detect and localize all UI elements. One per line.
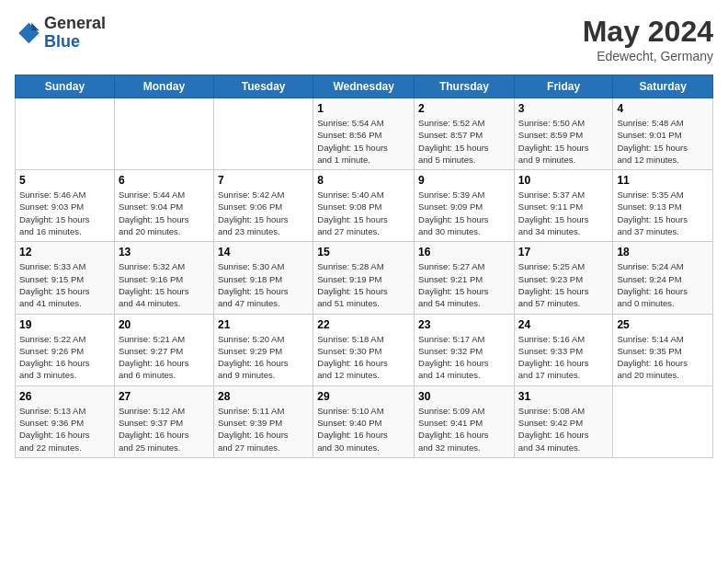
day-number: 13 [119, 246, 210, 259]
calendar-cell: 25Sunrise: 5:14 AM Sunset: 9:35 PM Dayli… [613, 314, 713, 385]
day-number: 7 [218, 174, 309, 187]
day-number: 12 [19, 246, 110, 259]
calendar-cell: 4Sunrise: 5:48 AM Sunset: 9:01 PM Daylig… [613, 98, 713, 170]
header-wednesday: Wednesday [313, 75, 415, 98]
day-content: Sunrise: 5:30 AM Sunset: 9:18 PM Dayligh… [218, 260, 309, 309]
calendar-cell [114, 98, 213, 170]
calendar-cell: 13Sunrise: 5:32 AM Sunset: 9:16 PM Dayli… [114, 242, 213, 314]
day-content: Sunrise: 5:46 AM Sunset: 9:03 PM Dayligh… [19, 189, 110, 237]
calendar-week-row: 12Sunrise: 5:33 AM Sunset: 9:15 PM Dayli… [16, 242, 713, 314]
day-content: Sunrise: 5:09 AM Sunset: 9:41 PM Dayligh… [418, 405, 510, 454]
calendar-table: SundayMondayTuesdayWednesdayThursdayFrid… [15, 75, 713, 458]
calendar-cell: 31Sunrise: 5:08 AM Sunset: 9:42 PM Dayli… [514, 385, 613, 457]
calendar-cell: 27Sunrise: 5:12 AM Sunset: 9:37 PM Dayli… [114, 385, 213, 457]
day-content: Sunrise: 5:13 AM Sunset: 9:36 PM Dayligh… [19, 405, 110, 454]
calendar-cell: 14Sunrise: 5:30 AM Sunset: 9:18 PM Dayli… [213, 242, 313, 314]
day-number: 11 [617, 174, 709, 187]
day-content: Sunrise: 5:28 AM Sunset: 9:19 PM Dayligh… [317, 260, 410, 309]
day-content: Sunrise: 5:37 AM Sunset: 9:11 PM Dayligh… [518, 189, 609, 237]
calendar-cell: 26Sunrise: 5:13 AM Sunset: 9:36 PM Dayli… [16, 385, 115, 457]
day-content: Sunrise: 5:12 AM Sunset: 9:37 PM Dayligh… [119, 405, 210, 454]
day-number: 30 [418, 390, 510, 403]
day-number: 6 [119, 174, 210, 187]
svg-marker-0 [18, 23, 39, 43]
calendar-cell: 30Sunrise: 5:09 AM Sunset: 9:41 PM Dayli… [415, 385, 515, 457]
calendar-cell: 29Sunrise: 5:10 AM Sunset: 9:40 PM Dayli… [313, 385, 415, 457]
calendar-cell: 11Sunrise: 5:35 AM Sunset: 9:13 PM Dayli… [613, 170, 713, 242]
calendar-cell: 20Sunrise: 5:21 AM Sunset: 9:27 PM Dayli… [114, 314, 213, 385]
day-number: 21 [218, 318, 309, 331]
day-content: Sunrise: 5:54 AM Sunset: 8:56 PM Dayligh… [317, 117, 410, 166]
day-content: Sunrise: 5:40 AM Sunset: 9:08 PM Dayligh… [317, 189, 410, 237]
header-thursday: Thursday [415, 75, 515, 98]
calendar-cell: 22Sunrise: 5:18 AM Sunset: 9:30 PM Dayli… [313, 314, 415, 385]
day-number: 22 [317, 318, 410, 331]
calendar-header-row: SundayMondayTuesdayWednesdayThursdayFrid… [16, 75, 713, 98]
day-content: Sunrise: 5:11 AM Sunset: 9:39 PM Dayligh… [218, 405, 309, 454]
calendar-cell: 15Sunrise: 5:28 AM Sunset: 9:19 PM Dayli… [313, 242, 415, 314]
calendar-week-row: 19Sunrise: 5:22 AM Sunset: 9:26 PM Dayli… [16, 314, 713, 385]
day-content: Sunrise: 5:17 AM Sunset: 9:32 PM Dayligh… [418, 333, 510, 382]
calendar-cell: 9Sunrise: 5:39 AM Sunset: 9:09 PM Daylig… [415, 170, 515, 242]
day-number: 19 [19, 318, 110, 331]
calendar-cell: 5Sunrise: 5:46 AM Sunset: 9:03 PM Daylig… [16, 170, 115, 242]
calendar-cell: 28Sunrise: 5:11 AM Sunset: 9:39 PM Dayli… [213, 385, 313, 457]
calendar-cell: 16Sunrise: 5:27 AM Sunset: 9:21 PM Dayli… [415, 242, 515, 314]
day-content: Sunrise: 5:21 AM Sunset: 9:27 PM Dayligh… [119, 333, 210, 382]
day-number: 20 [119, 318, 210, 331]
day-content: Sunrise: 5:10 AM Sunset: 9:40 PM Dayligh… [317, 405, 410, 454]
calendar-cell: 3Sunrise: 5:50 AM Sunset: 8:59 PM Daylig… [514, 98, 613, 170]
page-header: General Blue May 2024 Edewecht, Germany [15, 15, 713, 63]
day-number: 28 [218, 390, 309, 403]
day-number: 2 [418, 102, 510, 115]
day-content: Sunrise: 5:22 AM Sunset: 9:26 PM Dayligh… [19, 333, 110, 382]
title-block: May 2024 Edewecht, Germany [583, 15, 713, 63]
logo-icon [15, 20, 40, 46]
calendar-cell: 17Sunrise: 5:25 AM Sunset: 9:23 PM Dayli… [514, 242, 613, 314]
calendar-week-row: 1Sunrise: 5:54 AM Sunset: 8:56 PM Daylig… [16, 98, 713, 170]
calendar-cell [613, 385, 713, 457]
calendar-cell: 1Sunrise: 5:54 AM Sunset: 8:56 PM Daylig… [313, 98, 415, 170]
day-content: Sunrise: 5:35 AM Sunset: 9:13 PM Dayligh… [617, 189, 709, 237]
logo-general-text: General [44, 14, 106, 32]
day-number: 14 [218, 246, 309, 259]
header-sunday: Sunday [16, 75, 115, 98]
day-content: Sunrise: 5:25 AM Sunset: 9:23 PM Dayligh… [518, 260, 609, 309]
calendar-cell: 8Sunrise: 5:40 AM Sunset: 9:08 PM Daylig… [313, 170, 415, 242]
svg-marker-1 [31, 23, 39, 30]
calendar-cell: 7Sunrise: 5:42 AM Sunset: 9:06 PM Daylig… [213, 170, 313, 242]
day-content: Sunrise: 5:48 AM Sunset: 9:01 PM Dayligh… [617, 117, 709, 166]
day-number: 5 [19, 174, 110, 187]
day-number: 1 [317, 102, 410, 115]
day-content: Sunrise: 5:33 AM Sunset: 9:15 PM Dayligh… [19, 260, 110, 309]
day-content: Sunrise: 5:39 AM Sunset: 9:09 PM Dayligh… [418, 189, 510, 237]
day-content: Sunrise: 5:24 AM Sunset: 9:24 PM Dayligh… [617, 260, 709, 309]
day-number: 9 [418, 174, 510, 187]
day-content: Sunrise: 5:14 AM Sunset: 9:35 PM Dayligh… [617, 333, 709, 382]
calendar-cell: 23Sunrise: 5:17 AM Sunset: 9:32 PM Dayli… [415, 314, 515, 385]
day-number: 26 [19, 390, 110, 403]
day-number: 18 [617, 246, 709, 259]
calendar-cell: 2Sunrise: 5:52 AM Sunset: 8:57 PM Daylig… [415, 98, 515, 170]
day-number: 17 [518, 246, 609, 259]
day-content: Sunrise: 5:52 AM Sunset: 8:57 PM Dayligh… [418, 117, 510, 166]
calendar-title: May 2024 [583, 15, 713, 49]
logo-blue-text: Blue [44, 32, 80, 51]
calendar-cell: 6Sunrise: 5:44 AM Sunset: 9:04 PM Daylig… [114, 170, 213, 242]
day-content: Sunrise: 5:20 AM Sunset: 9:29 PM Dayligh… [218, 333, 309, 382]
day-number: 29 [317, 390, 410, 403]
day-number: 25 [617, 318, 709, 331]
logo: General Blue [15, 15, 106, 52]
header-friday: Friday [514, 75, 613, 98]
day-content: Sunrise: 5:32 AM Sunset: 9:16 PM Dayligh… [119, 260, 210, 309]
day-number: 24 [518, 318, 609, 331]
day-number: 15 [317, 246, 410, 259]
calendar-cell: 21Sunrise: 5:20 AM Sunset: 9:29 PM Dayli… [213, 314, 313, 385]
calendar-cell: 18Sunrise: 5:24 AM Sunset: 9:24 PM Dayli… [613, 242, 713, 314]
day-number: 4 [617, 102, 709, 115]
day-number: 31 [518, 390, 609, 403]
header-tuesday: Tuesday [213, 75, 313, 98]
calendar-week-row: 26Sunrise: 5:13 AM Sunset: 9:36 PM Dayli… [16, 385, 713, 457]
calendar-week-row: 5Sunrise: 5:46 AM Sunset: 9:03 PM Daylig… [16, 170, 713, 242]
calendar-cell: 24Sunrise: 5:16 AM Sunset: 9:33 PM Dayli… [514, 314, 613, 385]
